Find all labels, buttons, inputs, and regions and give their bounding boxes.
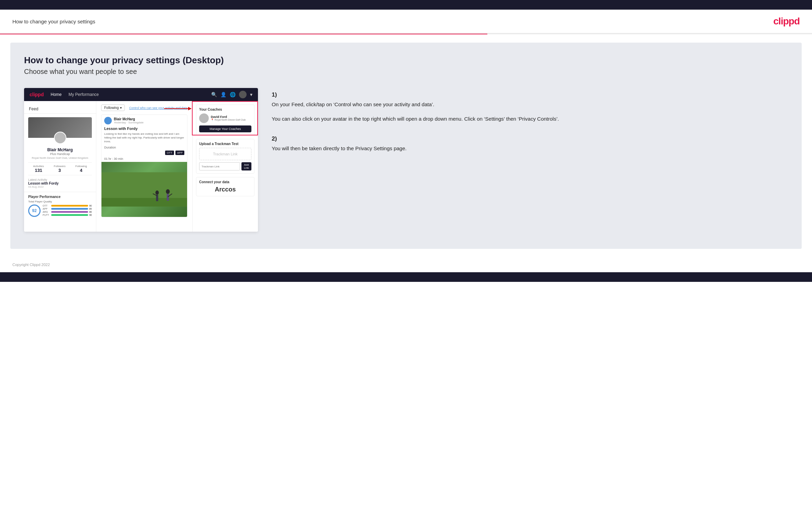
- svg-rect-8: [167, 194, 169, 201]
- tag-ott: OTT: [165, 151, 174, 155]
- post-user-avatar: [104, 117, 112, 124]
- following-button[interactable]: Following ▾: [101, 104, 125, 111]
- post-duration-value: 01 hr : 30 min: [101, 157, 187, 162]
- quality-circle: 92: [28, 205, 41, 217]
- top-bar: [0, 0, 812, 10]
- search-icon: 🔍: [211, 92, 217, 97]
- connect-section: Connect your data Arccos: [196, 177, 255, 196]
- globe-icon: 🌐: [230, 92, 236, 97]
- trackman-input[interactable]: [199, 162, 240, 170]
- stat-following: Following 4: [75, 165, 87, 173]
- app-sidebar: Feed Blair McHarg Plus Handicap Royal No…: [24, 101, 96, 232]
- instructions-panel: 1) On your Feed, click/tap on ‘Control w…: [272, 88, 788, 168]
- profile-name: Blair McHarg: [28, 147, 92, 152]
- app-body: Feed Blair McHarg Plus Handicap Royal No…: [24, 101, 258, 232]
- trackman-input-row: Add Link: [199, 162, 251, 170]
- nav-icons: 🔍 👤 🌐 ▾: [211, 91, 252, 98]
- step2-number: 2): [272, 135, 788, 142]
- content-row: clippd Home My Performance 🔍 👤 🌐 ▾: [24, 88, 788, 232]
- perf-quality-label: Total Player Quality: [28, 200, 92, 203]
- coach-info: David Ford 📍 Royal North Devon Golf Club: [211, 115, 246, 121]
- feed-header: Following ▾ Control who can see your act…: [101, 104, 187, 111]
- profile-stats: Activities 131 Followers 3 Following 4: [28, 162, 92, 175]
- perf-row: 92 OTT 90 APP 85: [28, 205, 92, 217]
- nav-performance: My Performance: [68, 92, 99, 97]
- post-user-info: Blair McHarg Yesterday · Sunningdale: [114, 117, 143, 124]
- coach-name: David Ford: [211, 115, 246, 119]
- perf-title: Player Performance: [28, 195, 92, 199]
- post-duration: Duration: [101, 146, 187, 151]
- post-image: [101, 162, 187, 217]
- svg-point-7: [166, 189, 170, 194]
- person-icon: 👤: [220, 92, 226, 97]
- post-title: Lesson with Fordy: [101, 126, 187, 132]
- stat-activities-value: 131: [33, 168, 44, 173]
- post-description: Looking to feel like my hands are exitin…: [101, 132, 187, 146]
- svg-point-4: [155, 190, 159, 195]
- profile-banner: [28, 117, 92, 138]
- bar-putt: PUTT 96: [43, 214, 92, 216]
- bar-ott: OTT 90: [43, 205, 92, 207]
- pin-icon: 📍: [211, 119, 214, 121]
- connect-title: Connect your data: [199, 180, 251, 184]
- nav-home: Home: [51, 92, 62, 97]
- coaches-title: Your Coaches: [199, 108, 251, 111]
- app-screenshot: clippd Home My Performance 🔍 👤 🌐 ▾: [24, 88, 258, 232]
- user-avatar-nav: [239, 91, 247, 98]
- bottom-bar: [0, 272, 812, 282]
- coaches-section: Your Coaches David Ford 📍 Royal North De…: [196, 104, 255, 135]
- profile-subtitle: Plus Handicap: [28, 152, 92, 156]
- right-panel: Your Coaches David Ford 📍 Royal North De…: [193, 101, 258, 232]
- player-performance: Player Performance Total Player Quality …: [24, 192, 96, 220]
- latest-activity-section: Latest Activity Lesson with Fordy 03 Aug…: [28, 178, 92, 188]
- stat-following-label: Following: [75, 165, 87, 168]
- post-meta: Yesterday · Sunningdale: [114, 121, 143, 124]
- profile-card: Blair McHarg Plus Handicap Royal North D…: [24, 114, 96, 192]
- stat-following-value: 4: [75, 168, 87, 173]
- post-header: Blair McHarg Yesterday · Sunningdale: [101, 115, 187, 126]
- bar-app: APP 85: [43, 208, 92, 210]
- instruction-step1: 1) On your Feed, click/tap on ‘Control w…: [272, 91, 788, 123]
- feed-tab: Feed: [24, 104, 96, 114]
- chevron-down-icon: ▾: [250, 92, 252, 97]
- coach-avatar: [199, 113, 209, 123]
- profile-location: Royal North Devon Golf Club, United King…: [28, 156, 92, 159]
- stat-activities: Activities 131: [33, 165, 44, 173]
- latest-activity-label: Latest Activity: [28, 178, 92, 181]
- latest-activity-title: Lesson with Fordy: [28, 181, 92, 185]
- bar-arg: ARG 86: [43, 211, 92, 213]
- trackman-placeholder: Trackman Link: [199, 148, 251, 160]
- page-title: How to change your privacy settings (Des…: [24, 55, 788, 66]
- app-logo: clippd: [30, 92, 44, 97]
- post-tags: OTT APP: [101, 151, 187, 157]
- header: How to change your privacy settings clip…: [0, 10, 812, 34]
- stat-followers-label: Followers: [54, 165, 65, 168]
- post-card: Blair McHarg Yesterday · Sunningdale Les…: [101, 114, 187, 217]
- manage-coaches-button[interactable]: Manage Your Coaches: [199, 125, 251, 132]
- profile-avatar: [54, 132, 66, 144]
- step2-text: You will then be taken directly to the P…: [272, 144, 788, 153]
- step1-number: 1): [272, 91, 788, 98]
- trackman-section: Upload a Trackman Test Trackman Link Add…: [196, 139, 255, 174]
- stat-activities-label: Activities: [33, 165, 44, 168]
- coach-item: David Ford 📍 Royal North Devon Golf Club: [199, 113, 251, 123]
- stat-followers: Followers 3: [54, 165, 65, 173]
- instruction-step2: 2) You will then be taken directly to th…: [272, 135, 788, 153]
- app-feed: Following ▾ Control who can see your act…: [96, 101, 193, 232]
- page-breadcrumb: How to change your privacy settings: [12, 19, 95, 24]
- main-content: How to change your privacy settings (Des…: [10, 43, 802, 249]
- add-link-button[interactable]: Add Link: [241, 162, 251, 170]
- footer: Copyright Clippd 2022: [0, 257, 812, 272]
- app-nav: clippd Home My Performance 🔍 👤 🌐 ▾: [24, 88, 258, 101]
- copyright: Copyright Clippd 2022: [12, 263, 50, 267]
- step1-text-1: On your Feed, click/tap on ‘Control who …: [272, 100, 788, 109]
- clippd-logo: clippd: [773, 16, 800, 27]
- control-privacy-link[interactable]: Control who can see your activity and da…: [129, 106, 187, 110]
- coach-club: 📍 Royal North Devon Golf Club: [211, 119, 246, 121]
- trackman-title: Upload a Trackman Test: [199, 142, 251, 146]
- tag-app: APP: [175, 151, 184, 155]
- step1-text-2: You can also click on your avatar in the…: [272, 115, 788, 123]
- latest-activity-date: 03 Aug 2022: [28, 185, 92, 188]
- perf-bars: OTT 90 APP 85 ARG: [43, 205, 92, 217]
- arccos-brand: Arccos: [199, 186, 251, 193]
